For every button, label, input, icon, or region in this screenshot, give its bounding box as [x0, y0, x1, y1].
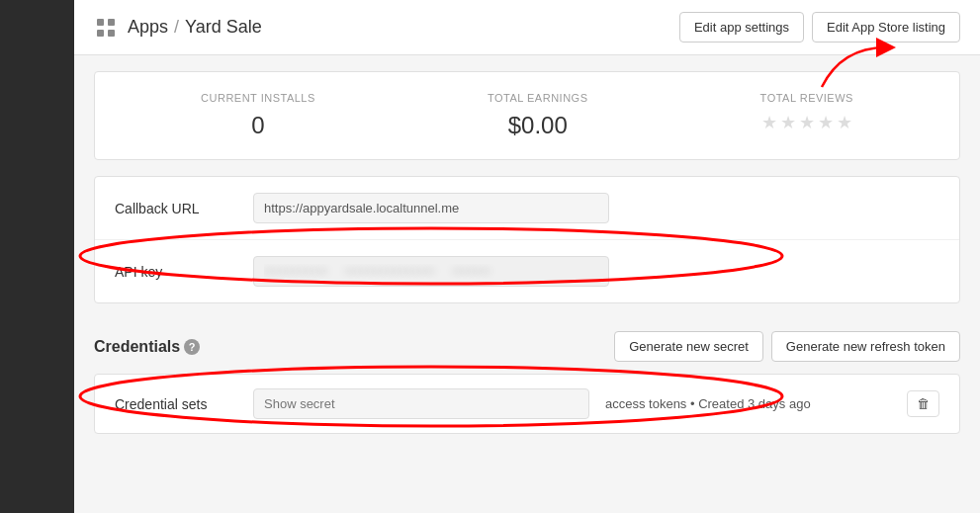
- credentials-header: Credentials ? Generate new secret Genera…: [74, 319, 980, 374]
- breadcrumb-current-app: Yard Sale: [185, 17, 262, 38]
- generate-new-secret-button[interactable]: Generate new secret: [614, 331, 763, 362]
- installs-value: 0: [201, 112, 315, 139]
- reviews-label: TOTAL REVIEWS: [760, 92, 853, 104]
- apps-icon: [94, 16, 118, 40]
- delete-credential-button[interactable]: 🗑: [907, 390, 939, 417]
- credentials-section: Credentials ? Generate new secret Genera…: [74, 319, 980, 434]
- main-content: Apps / Yard Sale Edit app settings Edit …: [74, 0, 980, 513]
- credentials-row: Credential sets access tokens • Created …: [95, 375, 959, 433]
- star-2: ★: [780, 112, 796, 133]
- breadcrumb: Apps / Yard Sale: [94, 16, 262, 40]
- api-key-row: API key: [95, 240, 959, 302]
- breadcrumb-apps-link[interactable]: Apps: [128, 17, 168, 38]
- generate-new-refresh-token-button[interactable]: Generate new refresh token: [771, 331, 960, 362]
- credentials-actions: Generate new secret Generate new refresh…: [614, 331, 960, 362]
- header-actions: Edit app settings Edit App Store listing: [679, 12, 960, 43]
- stats-card: CURRENT INSTALLS 0 TOTAL EARNINGS $0.00 …: [94, 71, 960, 160]
- credentials-help-icon[interactable]: ?: [184, 339, 200, 355]
- credentials-card: Credential sets access tokens • Created …: [94, 374, 960, 434]
- svg-rect-1: [108, 19, 115, 26]
- credential-sets-label: Credential sets: [115, 396, 253, 412]
- credentials-title: Credentials ?: [94, 338, 200, 356]
- star-rating: ★ ★ ★ ★ ★: [760, 112, 853, 133]
- reviews-stat: TOTAL REVIEWS ★ ★ ★ ★ ★: [760, 92, 853, 139]
- star-4: ★: [818, 112, 834, 133]
- star-3: ★: [799, 112, 815, 133]
- show-secret-input[interactable]: [253, 388, 589, 419]
- edit-app-settings-button[interactable]: Edit app settings: [679, 12, 804, 43]
- callback-url-row: Callback URL: [95, 177, 959, 240]
- earnings-stat: TOTAL EARNINGS $0.00: [488, 92, 588, 139]
- callback-url-label: Callback URL: [115, 201, 253, 216]
- access-tokens-text: access tokens • Created 3 days ago: [605, 396, 811, 411]
- installs-stat: CURRENT INSTALLS 0: [201, 92, 315, 139]
- star-1: ★: [761, 112, 777, 133]
- sidebar: [0, 0, 74, 513]
- settings-card: Callback URL API key: [94, 176, 960, 303]
- installs-label: CURRENT INSTALLS: [201, 92, 315, 104]
- callback-url-input[interactable]: [253, 193, 609, 223]
- earnings-label: TOTAL EARNINGS: [488, 92, 588, 104]
- header: Apps / Yard Sale Edit app settings Edit …: [74, 0, 980, 55]
- api-key-label: API key: [115, 264, 253, 280]
- trash-icon: 🗑: [917, 396, 930, 411]
- breadcrumb-separator: /: [174, 17, 179, 38]
- earnings-value: $0.00: [488, 112, 588, 139]
- svg-rect-2: [97, 30, 104, 37]
- credentials-title-text: Credentials: [94, 338, 180, 356]
- star-5: ★: [837, 112, 852, 133]
- svg-rect-0: [97, 19, 104, 26]
- svg-rect-3: [108, 30, 115, 37]
- edit-app-store-listing-button[interactable]: Edit App Store listing: [812, 12, 960, 43]
- api-key-input[interactable]: [253, 256, 609, 287]
